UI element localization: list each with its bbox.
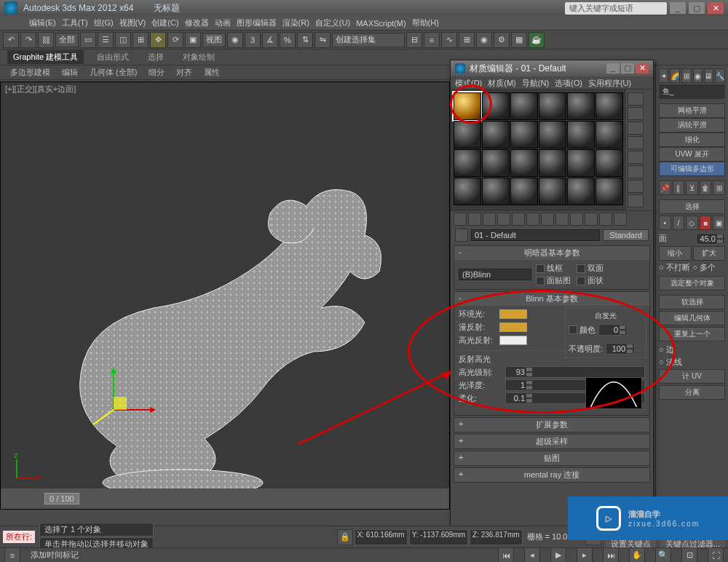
material-slot[interactable] xyxy=(596,121,623,149)
zoom-icon[interactable]: 🔍 xyxy=(655,547,671,563)
angle-snap-icon[interactable]: ∡ xyxy=(262,32,278,48)
show-end-icon[interactable]: ∥ xyxy=(673,181,685,195)
material-type-button[interactable]: Standard xyxy=(603,229,649,241)
material-slot[interactable] xyxy=(454,149,481,177)
rollout-maps[interactable]: 贴图 xyxy=(454,451,649,465)
next-frame-icon[interactable]: ▸ xyxy=(577,547,593,563)
radio-nobreak[interactable]: ○ 不打断 xyxy=(659,262,692,273)
coord-x[interactable]: X: 610.166mm xyxy=(355,529,408,545)
material-slot[interactable] xyxy=(539,178,566,205)
material-editor-titlebar[interactable]: 材质编辑器 - 01 - Default _ ▢ ✕ xyxy=(451,60,653,76)
pan-icon[interactable]: ✋ xyxy=(629,547,645,563)
video-check-icon[interactable] xyxy=(628,151,644,164)
make-copy-icon[interactable] xyxy=(512,213,525,226)
radio-spline[interactable]: ○ 法线 xyxy=(659,357,725,368)
viewport-label[interactable]: [+][正交][真实+边面] xyxy=(5,84,76,95)
opacity-spinner[interactable]: 100 xyxy=(606,343,635,355)
rollout-extended[interactable]: 扩展参数 xyxy=(454,418,649,432)
make-unique-icon[interactable] xyxy=(526,213,539,226)
mirror-icon[interactable]: ⇋ xyxy=(314,32,331,48)
select-name-icon[interactable]: ☰ xyxy=(98,32,114,48)
zoom-extents-icon[interactable]: ⊡ xyxy=(681,547,697,563)
goto-start-icon[interactable]: ⏮ xyxy=(498,547,514,563)
material-slot[interactable] xyxy=(510,149,538,177)
modifier-item[interactable]: 网格平滑 xyxy=(659,103,725,118)
material-slot[interactable] xyxy=(567,178,595,205)
maxscript-mini-icon[interactable]: ≡ xyxy=(4,547,20,563)
material-slot[interactable] xyxy=(596,92,623,120)
me-close-button[interactable]: ✕ xyxy=(636,63,649,74)
menu-render[interactable]: 渲染(R) xyxy=(282,17,309,28)
me-menu-mode[interactable]: 模式(D) xyxy=(455,78,482,87)
maximize-button[interactable]: ▢ xyxy=(689,2,705,14)
tab-paint[interactable]: 对象绘制 xyxy=(177,50,221,64)
material-slot[interactable] xyxy=(539,92,566,120)
make-preview-icon[interactable] xyxy=(628,165,644,178)
material-slot[interactable] xyxy=(567,121,595,149)
material-name-combo[interactable]: 01 - Default xyxy=(471,229,600,241)
pick-material-icon[interactable] xyxy=(455,229,468,242)
subtab-edit[interactable]: 编辑 xyxy=(58,66,82,79)
subtab-geometry[interactable]: 几何体 (全部) xyxy=(85,66,141,79)
select-region-icon[interactable]: ◫ xyxy=(115,32,131,48)
subtab-polymodel[interactable]: 多边形建模 xyxy=(6,66,55,79)
pivot-icon[interactable]: ◉ xyxy=(227,32,243,48)
ring-button[interactable]: 计 UV xyxy=(659,369,725,384)
curve-editor-icon[interactable]: ∿ xyxy=(441,32,457,48)
named-selection-sets[interactable]: 创建选择集 xyxy=(332,33,405,47)
subobj-polygon-icon[interactable]: ■ xyxy=(700,215,712,230)
ambient-swatch[interactable] xyxy=(499,309,527,319)
material-slot[interactable] xyxy=(539,149,566,177)
material-slot[interactable] xyxy=(567,92,595,120)
subtab-properties[interactable]: 属性 xyxy=(199,66,224,79)
material-slot[interactable] xyxy=(454,121,481,149)
material-slot[interactable] xyxy=(596,149,623,177)
menu-tools[interactable]: 工具(T) xyxy=(62,17,88,28)
coord-y[interactable]: Y: -1137.609mm xyxy=(409,529,468,545)
object-name[interactable]: 鱼_ xyxy=(659,84,725,99)
link-icon[interactable]: ⛓ xyxy=(38,32,54,48)
select-by-mat-icon[interactable] xyxy=(628,194,644,207)
window-crossing-icon[interactable]: ⊞ xyxy=(132,32,149,48)
align-icon[interactable]: ⊟ xyxy=(406,32,422,48)
grow-button[interactable]: 扩大 xyxy=(693,246,726,261)
rotate-icon[interactable]: ⟳ xyxy=(167,32,183,48)
subobj-element-icon[interactable]: ▣ xyxy=(713,215,725,230)
spec-level-spinner[interactable]: 93 xyxy=(505,366,645,378)
material-slot[interactable] xyxy=(510,92,538,120)
options-icon[interactable] xyxy=(628,180,644,193)
self-illum-color-check[interactable]: 颜色 xyxy=(569,325,596,336)
layers-icon[interactable]: ≡ xyxy=(424,32,440,48)
scale-icon[interactable]: ▣ xyxy=(185,32,201,48)
percent-snap-icon[interactable]: % xyxy=(280,32,296,48)
time-slider[interactable]: 0 / 100 xyxy=(1,488,449,509)
menu-help[interactable]: 帮助(H) xyxy=(412,17,439,28)
check-wireframe[interactable]: 线框 xyxy=(536,263,571,274)
me-menu-options[interactable]: 选项(O) xyxy=(555,78,582,87)
motion-tab-icon[interactable]: ◉ xyxy=(693,68,703,83)
schematic-icon[interactable]: ⊞ xyxy=(459,32,475,48)
render-icon[interactable]: ☕ xyxy=(529,32,545,48)
redo-icon[interactable]: ↷ xyxy=(20,32,36,48)
material-slot[interactable] xyxy=(482,121,510,149)
specular-swatch[interactable] xyxy=(499,336,527,345)
min-max-toggle-icon[interactable]: ⛶ xyxy=(708,547,724,563)
self-illum-spinner[interactable]: 0 xyxy=(598,324,628,336)
me-maximize-button[interactable]: ▢ xyxy=(621,63,634,74)
go-sibling-icon[interactable] xyxy=(614,213,627,226)
coord-z[interactable]: Z: 236.817mm xyxy=(470,529,522,545)
modifier-stack-item[interactable]: 可编辑多边形 xyxy=(659,162,725,176)
loop-button[interactable]: 分离 xyxy=(659,385,725,400)
material-slot-1[interactable] xyxy=(454,92,481,120)
display-tab-icon[interactable]: 🖥 xyxy=(704,68,713,83)
radio-more[interactable]: ○ 多个 xyxy=(693,262,726,273)
play-icon[interactable]: ▶ xyxy=(550,547,566,563)
menu-animation[interactable]: 动画 xyxy=(215,17,231,28)
sample-uv-icon[interactable] xyxy=(628,136,644,149)
rollout-softsel[interactable]: 软选择 xyxy=(659,295,725,309)
remove-mod-icon[interactable]: 🗑 xyxy=(700,181,712,195)
backlight-icon[interactable] xyxy=(628,107,644,120)
render-frame-icon[interactable]: ▦ xyxy=(511,32,527,48)
get-material-icon[interactable] xyxy=(454,213,467,226)
menu-graph[interactable]: 图形编辑器 xyxy=(237,17,277,28)
